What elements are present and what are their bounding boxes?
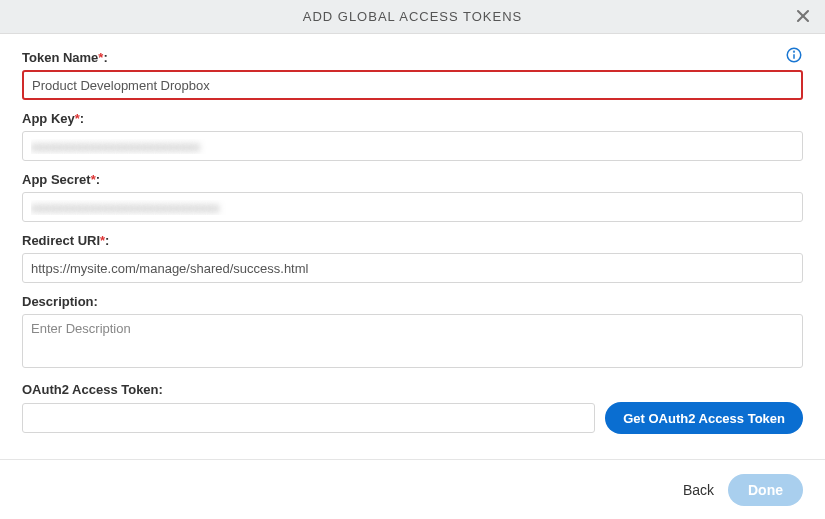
label-description: Description: xyxy=(22,294,803,309)
description-input[interactable] xyxy=(22,314,803,368)
field-description: Description: xyxy=(22,294,803,371)
dialog-title: ADD GLOBAL ACCESS TOKENS xyxy=(303,9,523,24)
field-app-key: App Key*: xyxy=(22,111,803,161)
dialog-footer: Back Done xyxy=(0,459,825,519)
app-secret-input[interactable] xyxy=(22,192,803,222)
label-oauth-token: OAuth2 Access Token: xyxy=(22,382,803,397)
label-token-name: Token Name*: xyxy=(22,50,803,65)
close-icon[interactable] xyxy=(793,6,815,28)
label-app-key: App Key*: xyxy=(22,111,803,126)
done-button[interactable]: Done xyxy=(728,474,803,506)
field-app-secret: App Secret*: xyxy=(22,172,803,222)
oauth-token-input[interactable] xyxy=(22,403,595,433)
app-key-input[interactable] xyxy=(22,131,803,161)
dialog-content: Token Name*: App Key*: App Secret*: Redi… xyxy=(0,34,825,451)
field-oauth-token: OAuth2 Access Token: Get OAuth2 Access T… xyxy=(22,382,803,434)
field-redirect-uri: Redirect URI*: xyxy=(22,233,803,283)
label-app-secret: App Secret*: xyxy=(22,172,803,187)
field-token-name: Token Name*: xyxy=(22,50,803,100)
label-redirect-uri: Redirect URI*: xyxy=(22,233,803,248)
info-icon[interactable] xyxy=(785,46,803,64)
redirect-uri-input[interactable] xyxy=(22,253,803,283)
get-oauth-token-button[interactable]: Get OAuth2 Access Token xyxy=(605,402,803,434)
token-name-input[interactable] xyxy=(22,70,803,100)
svg-point-4 xyxy=(794,51,795,52)
dialog-header: ADD GLOBAL ACCESS TOKENS xyxy=(0,0,825,34)
back-button[interactable]: Back xyxy=(683,482,714,498)
